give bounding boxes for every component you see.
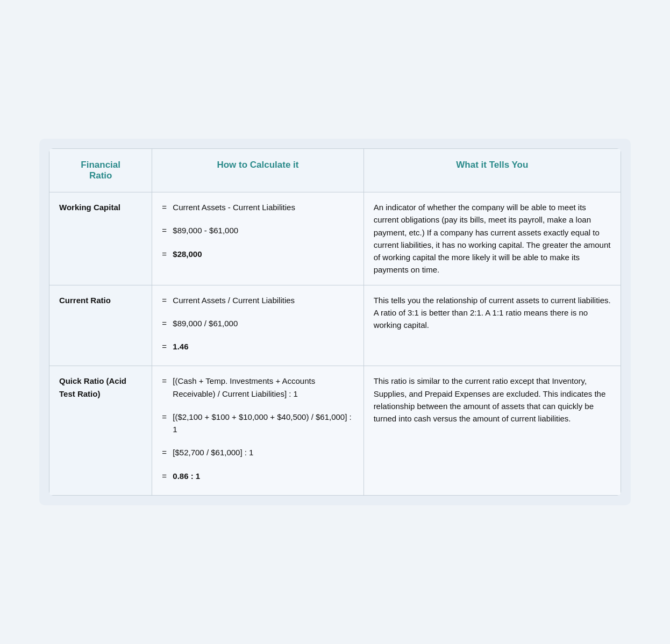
- equals-sign: =: [162, 224, 169, 237]
- explanation-column: This tells you the relationship of curre…: [363, 285, 621, 366]
- table-wrapper: Financial Ratio How to Calculate it What…: [39, 139, 631, 505]
- equals-sign: =: [162, 201, 169, 213]
- equals-sign: =: [162, 446, 169, 459]
- equals-sign: =: [162, 317, 169, 330]
- calc-line: =Current Assets / Current Liabilities: [162, 294, 353, 306]
- calc-value: $28,000: [173, 248, 202, 260]
- col-header-tells: What it Tells You: [363, 149, 621, 192]
- table-row: Current Ratio=Current Assets / Current L…: [49, 285, 621, 366]
- equals-sign: =: [162, 248, 169, 260]
- equals-sign: =: [162, 470, 169, 482]
- ratio-name: Current Ratio: [49, 285, 152, 366]
- calc-column: =[(Cash + Temp. Investments + Accounts R…: [152, 366, 363, 496]
- table-row: Working Capital=Current Assets - Current…: [49, 192, 621, 285]
- calc-value: [$52,700 / $61,000] : 1: [173, 446, 253, 459]
- calc-value: $89,000 - $61,000: [173, 224, 238, 237]
- equals-sign: =: [162, 294, 169, 306]
- calc-value: $89,000 / $61,000: [173, 317, 238, 330]
- calc-value: Current Assets - Current Liabilities: [173, 201, 295, 213]
- table-row: Quick Ratio (Acid Test Ratio)=[(Cash + T…: [49, 366, 621, 496]
- financial-ratios-table: Financial Ratio How to Calculate it What…: [49, 148, 621, 496]
- explanation-column: An indicator of whether the company will…: [363, 192, 621, 285]
- ratio-name: Working Capital: [49, 192, 152, 285]
- calc-line: =Current Assets - Current Liabilities: [162, 201, 353, 213]
- calc-line: =[$52,700 / $61,000] : 1: [162, 446, 353, 459]
- calc-value: 1.46: [173, 340, 188, 353]
- calc-column: =Current Assets / Current Liabilities=$8…: [152, 285, 363, 366]
- calc-value: [($2,100 + $100 + $10,000 + $40,500) / $…: [173, 411, 353, 436]
- equals-sign: =: [162, 375, 169, 387]
- calc-value: Current Assets / Current Liabilities: [173, 294, 295, 306]
- calc-line: =$89,000 - $61,000: [162, 224, 353, 237]
- calc-line: =$28,000: [162, 248, 353, 260]
- explanation-column: This ratio is similar to the current rat…: [363, 366, 621, 496]
- equals-sign: =: [162, 411, 169, 423]
- col-header-calculate: How to Calculate it: [152, 149, 363, 192]
- col-header-ratio: Financial Ratio: [49, 149, 152, 192]
- calc-line: =[(Cash + Temp. Investments + Accounts R…: [162, 375, 353, 400]
- calc-column: =Current Assets - Current Liabilities=$8…: [152, 192, 363, 285]
- calc-line: =[($2,100 + $100 + $10,000 + $40,500) / …: [162, 411, 353, 436]
- calc-value: 0.86 : 1: [173, 470, 200, 482]
- ratio-name: Quick Ratio (Acid Test Ratio): [49, 366, 152, 496]
- calc-value: [(Cash + Temp. Investments + Accounts Re…: [173, 375, 353, 400]
- calc-line: =1.46: [162, 340, 353, 353]
- calc-line: =$89,000 / $61,000: [162, 317, 353, 330]
- equals-sign: =: [162, 340, 169, 353]
- calc-line: =0.86 : 1: [162, 470, 353, 482]
